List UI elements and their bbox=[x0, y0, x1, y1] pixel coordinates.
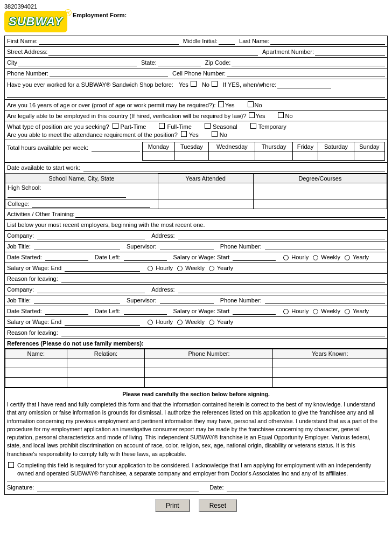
ref3-years[interactable] bbox=[273, 378, 387, 388]
job-title1-field[interactable] bbox=[34, 243, 120, 250]
hourly1b-radio[interactable] bbox=[148, 266, 153, 271]
middle-initial-field[interactable] bbox=[219, 38, 235, 45]
employers-intro-row: List below your most recent employers, b… bbox=[5, 220, 387, 231]
yearly1-radio[interactable] bbox=[345, 255, 350, 260]
signature-field[interactable] bbox=[37, 484, 199, 492]
age-no-checkbox[interactable] bbox=[248, 101, 254, 107]
saturday-field[interactable] bbox=[318, 151, 354, 161]
salary-end2-field[interactable] bbox=[65, 319, 140, 326]
hourly2b-radio[interactable] bbox=[148, 320, 153, 325]
monday-field[interactable] bbox=[143, 151, 175, 161]
weekly2-radio[interactable] bbox=[313, 309, 318, 314]
name-row: First Name: Middle Initial: Last Name: bbox=[5, 36, 387, 47]
if-yes-field[interactable] bbox=[277, 81, 331, 88]
salary-start1-field[interactable] bbox=[233, 254, 276, 261]
employers-intro-label: List below your most recent employers, b… bbox=[7, 222, 205, 228]
attendance-no-checkbox[interactable] bbox=[212, 131, 218, 137]
yearly1b-radio[interactable] bbox=[209, 266, 214, 271]
apartment-field[interactable] bbox=[315, 49, 385, 56]
hourly1-radio[interactable] bbox=[283, 255, 289, 260]
yearly2b-radio[interactable] bbox=[209, 320, 214, 325]
ref2-phone[interactable] bbox=[145, 368, 273, 378]
required-checkbox[interactable] bbox=[8, 462, 14, 468]
last-name-field[interactable] bbox=[270, 38, 385, 45]
activities-field[interactable] bbox=[75, 211, 385, 218]
required-text: Completing this field is required for yo… bbox=[17, 461, 385, 478]
weekly2b-radio-label: Weekly bbox=[176, 319, 205, 325]
ref1-relation[interactable] bbox=[67, 358, 145, 368]
worked-yes-checkbox[interactable] bbox=[191, 81, 197, 87]
friday-field[interactable] bbox=[292, 151, 318, 161]
high-school-field[interactable] bbox=[8, 191, 126, 198]
legal-no-checkbox[interactable] bbox=[278, 112, 284, 118]
high-school-years[interactable] bbox=[158, 183, 253, 199]
ref2-relation[interactable] bbox=[67, 368, 145, 378]
ref1-name[interactable] bbox=[5, 358, 67, 368]
print-button[interactable]: Print bbox=[155, 499, 190, 512]
city-field[interactable] bbox=[18, 59, 137, 66]
worked-no-checkbox[interactable] bbox=[212, 81, 218, 87]
age-yes-checkbox[interactable] bbox=[218, 101, 224, 107]
hourly2-radio[interactable] bbox=[283, 309, 289, 314]
address1-field[interactable] bbox=[178, 232, 385, 239]
street-address-field[interactable] bbox=[48, 49, 258, 56]
ref2-name[interactable] bbox=[5, 368, 67, 378]
sunday-field[interactable] bbox=[354, 151, 384, 161]
date-started1-field[interactable] bbox=[45, 254, 88, 261]
college-degree[interactable] bbox=[253, 199, 387, 209]
ref1-phone[interactable] bbox=[145, 358, 273, 368]
phone2-field[interactable] bbox=[265, 297, 385, 304]
if-yes-field2[interactable] bbox=[7, 91, 385, 98]
salary-start2-field[interactable] bbox=[233, 308, 276, 315]
salary-end1-field[interactable] bbox=[65, 265, 140, 272]
seasonal-label: Seasonal bbox=[213, 123, 237, 130]
ref3-phone[interactable] bbox=[145, 378, 273, 388]
high-school-degree[interactable] bbox=[253, 183, 387, 199]
cell-field[interactable] bbox=[227, 70, 385, 77]
reason2-field[interactable] bbox=[61, 329, 385, 336]
total-hours-field[interactable] bbox=[92, 144, 140, 151]
supervisor1-field[interactable] bbox=[160, 243, 214, 250]
temporary-checkbox[interactable] bbox=[250, 123, 256, 129]
job-title2-field[interactable] bbox=[34, 297, 120, 304]
salary-start1-label: Salary or Wage: Start bbox=[173, 254, 230, 260]
tuesday-header: Tuesday bbox=[174, 142, 208, 151]
college-field[interactable] bbox=[32, 201, 150, 208]
company2-field[interactable] bbox=[37, 286, 145, 293]
yearly2-radio[interactable] bbox=[345, 309, 350, 314]
thursday-field[interactable] bbox=[255, 151, 292, 161]
college-years[interactable] bbox=[158, 199, 253, 209]
ref2-years[interactable] bbox=[273, 368, 387, 378]
seasonal-checkbox[interactable] bbox=[205, 123, 211, 129]
attendance-yes-checkbox[interactable] bbox=[181, 131, 187, 137]
reason1-field[interactable] bbox=[61, 275, 385, 282]
first-name-field[interactable] bbox=[39, 38, 179, 45]
weekly1-radio[interactable] bbox=[313, 255, 318, 260]
references-table: Name: Relation: Phone Number: Years Know… bbox=[5, 349, 387, 388]
date-sig-field[interactable] bbox=[227, 484, 385, 492]
phone-field[interactable] bbox=[50, 70, 168, 77]
date-started2-field[interactable] bbox=[45, 308, 88, 315]
phone1-field[interactable] bbox=[265, 243, 385, 250]
legal-yes-checkbox[interactable] bbox=[249, 112, 255, 118]
zip-field[interactable] bbox=[232, 59, 385, 66]
date-left1-field[interactable] bbox=[124, 254, 167, 261]
reset-button[interactable]: Reset bbox=[199, 499, 237, 512]
ref3-relation[interactable] bbox=[67, 378, 145, 388]
state-field[interactable] bbox=[158, 59, 201, 66]
page: 3820394021 SUBWAY ® Employment Form: Fir… bbox=[0, 0, 392, 518]
date-left2-field[interactable] bbox=[124, 308, 167, 315]
date-available-field[interactable] bbox=[83, 164, 385, 171]
tuesday-field[interactable] bbox=[174, 151, 208, 161]
weekly2b-radio[interactable] bbox=[177, 320, 183, 325]
company1-field[interactable] bbox=[37, 232, 145, 239]
wednesday-field[interactable] bbox=[209, 151, 255, 161]
supervisor2-field[interactable] bbox=[160, 297, 214, 304]
weekly1b-radio[interactable] bbox=[177, 266, 183, 271]
part-time-checkbox[interactable] bbox=[113, 123, 118, 129]
thursday-header: Thursday bbox=[255, 142, 292, 151]
ref3-name[interactable] bbox=[5, 378, 67, 388]
address2-field[interactable] bbox=[178, 286, 385, 293]
ref1-years[interactable] bbox=[273, 358, 387, 368]
full-time-checkbox[interactable] bbox=[159, 123, 165, 129]
